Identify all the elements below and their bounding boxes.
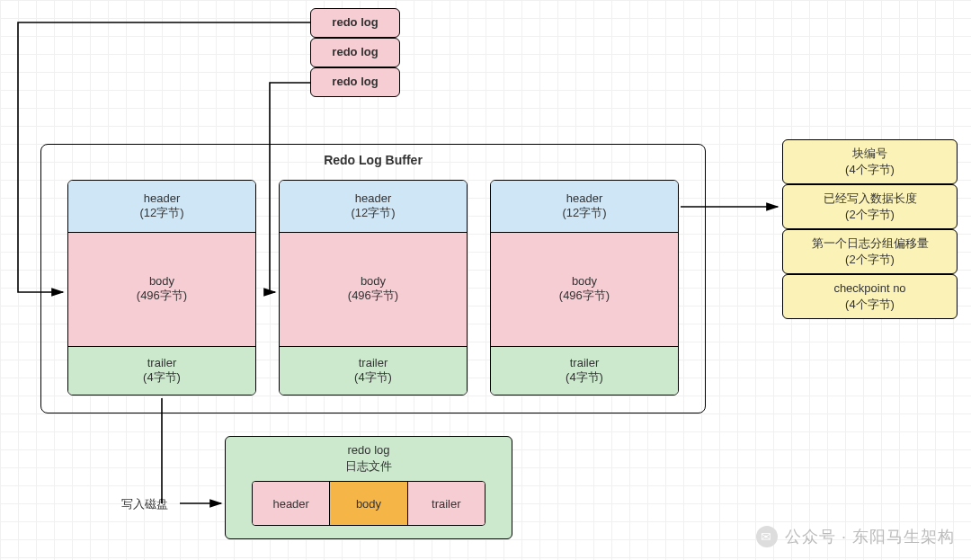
header-field: 块编号 (4个字节) (782, 139, 958, 184)
size: (496字节) (137, 288, 187, 304)
text: redo log (332, 14, 378, 31)
block-trailer: trailer (4字节) (491, 347, 678, 395)
label: trailer (570, 356, 600, 369)
redo-log-item: redo log (310, 8, 400, 38)
header-field: 第一个日志分组偏移量 (2个字节) (782, 229, 958, 274)
block-header: header (12字节) (280, 181, 467, 233)
header-field: 已经写入数据长度 (2个字节) (782, 184, 958, 229)
log-block: header (12字节) body (496字节) trailer (4字节) (279, 180, 468, 396)
block-body: body (496字节) (280, 233, 467, 346)
file-body-cell: body (330, 482, 407, 525)
label: header (566, 191, 602, 205)
watermark: ✉ 公众号 · 东阳马生架构 (756, 526, 955, 547)
wechat-icon: ✉ (756, 526, 778, 547)
field-size: (2个字节) (845, 252, 895, 268)
file-header-cell: header (253, 482, 330, 525)
block-body: body (496字节) (68, 233, 255, 346)
text: redo log (332, 44, 378, 60)
label: body (149, 274, 174, 288)
size: (4字节) (566, 369, 603, 386)
redo-log-item: redo log (310, 38, 400, 67)
write-to-disk-label: 写入磁盘 (121, 496, 168, 512)
size: (496字节) (348, 288, 398, 304)
field-label: 已经写入数据长度 (824, 191, 917, 207)
field-size: (4个字节) (845, 297, 895, 313)
label: body (572, 274, 597, 288)
redo-log-item: redo log (310, 67, 400, 97)
size: (12字节) (139, 205, 183, 221)
redo-log-file-row: header body trailer (252, 481, 486, 526)
block-body: body (496字节) (491, 233, 678, 346)
size: (4字节) (354, 369, 392, 386)
title-line1: redo log (225, 442, 512, 458)
size: (12字节) (351, 205, 395, 221)
label: header (355, 191, 391, 205)
label: body (361, 274, 386, 288)
label: header (144, 191, 180, 205)
label: trailer (359, 356, 388, 369)
redo-log-file-title: redo log 日志文件 (225, 442, 512, 475)
log-block: header (12字节) body (496字节) trailer (4字节) (67, 180, 256, 396)
block-header: header (12字节) (68, 181, 255, 233)
label: trailer (147, 356, 177, 369)
field-size: (4个字节) (845, 162, 895, 178)
size: (12字节) (562, 205, 606, 221)
watermark-text: 公众号 · 东阳马生架构 (785, 526, 955, 547)
block-trailer: trailer (4字节) (280, 347, 467, 395)
redo-log-buffer-title: Redo Log Buffer (40, 153, 706, 167)
field-label: 块编号 (852, 146, 887, 162)
text: redo log (332, 74, 378, 90)
log-block: header (12字节) body (496字节) trailer (4字节) (490, 180, 679, 396)
size: (4字节) (143, 369, 181, 386)
title-line2: 日志文件 (225, 458, 512, 475)
file-trailer-cell: trailer (408, 482, 485, 525)
size: (496字节) (559, 288, 610, 304)
header-field: checkpoint no (4个字节) (782, 274, 958, 319)
field-label: checkpoint no (833, 280, 905, 297)
block-trailer: trailer (4字节) (68, 347, 255, 395)
block-header: header (12字节) (491, 181, 678, 233)
field-label: 第一个日志分组偏移量 (812, 236, 929, 252)
field-size: (2个字节) (845, 207, 895, 223)
